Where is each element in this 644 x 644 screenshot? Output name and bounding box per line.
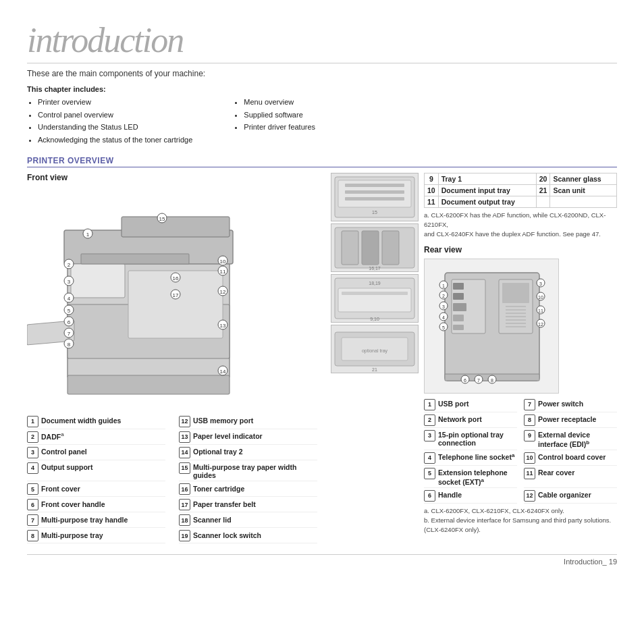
rear-comp-10: 10 Control board cover xyxy=(524,451,617,466)
svg-rect-7 xyxy=(81,254,189,264)
comp-label: Network port xyxy=(438,415,482,423)
svg-text:1: 1 xyxy=(86,232,90,238)
note-a: a. CLX-6200FX has the ADF function, whil… xyxy=(424,211,617,240)
svg-rect-49 xyxy=(362,231,379,265)
printer-overview-heading: PRINTER OVERVIEW xyxy=(27,156,617,167)
list-item: Acknowledging the status of the toner ca… xyxy=(38,134,192,146)
tray-num: 21 xyxy=(536,184,550,196)
svg-rect-2 xyxy=(122,217,230,237)
comp-label: Paper level indicator xyxy=(193,432,263,440)
comp-num: 17 xyxy=(179,499,190,510)
comp-row-6: 6 Front cover handle xyxy=(27,498,165,512)
comp-num: 8 xyxy=(524,414,535,426)
comp-row-8: 8 Multi-purpose tray xyxy=(27,529,165,543)
comp-num: 12 xyxy=(524,490,535,502)
comp-num: 7 xyxy=(27,514,38,526)
tray-num: 20 xyxy=(536,173,550,184)
comp-label: DADFa xyxy=(41,431,64,441)
printer-diagram: 1 2 3 4 5 6 7 8 xyxy=(27,186,290,409)
comp-row-5: 5 Front cover xyxy=(27,482,165,497)
svg-text:7: 7 xyxy=(477,378,480,383)
comp-num: 3 xyxy=(27,447,38,458)
rear-component-table: 1 USB port 7 Power switch 2 Network port… xyxy=(424,398,617,504)
comp-row-19: 19 Scanner lock switch xyxy=(179,529,317,543)
comp-num: 1 xyxy=(424,399,435,410)
comp-num: 2 xyxy=(27,431,38,443)
comp-label: Extension telephone socket (EXT)a xyxy=(438,468,517,486)
comp-num: 13 xyxy=(179,431,190,443)
svg-rect-66 xyxy=(453,315,464,321)
rear-comp-1: 1 USB port xyxy=(424,398,517,412)
chapter-lists: Printer overview Control panel overview … xyxy=(27,96,617,146)
page-title: introduction xyxy=(27,20,617,63)
svg-text:9,10: 9,10 xyxy=(370,317,379,321)
svg-text:8: 8 xyxy=(68,342,71,348)
tray-row-10: 10 Document input tray 21 Scan unit xyxy=(425,184,617,196)
printer-svg: 1 2 3 4 5 6 7 8 xyxy=(27,186,284,402)
comp-label: Document width guides xyxy=(41,417,121,425)
svg-text:14: 14 xyxy=(220,369,226,375)
comp-row-14: 14 Optional tray 2 xyxy=(179,446,317,460)
rear-comp-8: 8 Power receptacle xyxy=(524,413,617,428)
svg-rect-48 xyxy=(342,231,358,265)
comp-num: 15 xyxy=(179,462,190,474)
comp-row-1: 1 Document width guides xyxy=(27,414,165,429)
comp-label: Control panel xyxy=(41,448,87,456)
svg-rect-64 xyxy=(453,293,464,300)
comp-label: Rear cover xyxy=(538,468,574,477)
rear-view-title: Rear view xyxy=(424,245,617,254)
tray-table: 9 Tray 1 20 Scanner glass 10 Document in… xyxy=(424,173,617,208)
svg-text:5: 5 xyxy=(442,325,445,330)
tray-num: 11 xyxy=(425,196,439,207)
comp-label: Multi-purpose tray xyxy=(41,531,103,539)
comp-num: 12 xyxy=(179,416,190,427)
comp-label: Cable organizer xyxy=(538,491,591,499)
svg-text:6: 6 xyxy=(68,319,71,325)
comp-num: 9 xyxy=(524,430,535,441)
svg-rect-43 xyxy=(345,184,404,187)
rear-comp-11: 11 Rear cover xyxy=(524,466,617,488)
svg-rect-54 xyxy=(342,292,408,295)
svg-text:15: 15 xyxy=(159,216,165,222)
comp-row-13: 13 Paper level indicator xyxy=(179,430,317,445)
left-column: Front view xyxy=(27,173,317,544)
list-item: Supplied software xyxy=(244,109,315,122)
comp-row-16: 16 Toner cartridge xyxy=(179,482,317,497)
rear-comp-4: 4 Telephone line socketa xyxy=(424,451,517,466)
rear-comp-5: 5 Extension telephone socket (EXT)a xyxy=(424,466,517,488)
right-top-area: 15 16,17 xyxy=(331,173,617,535)
comp-label: USB port xyxy=(438,400,469,408)
comp-label: Telephone line socketa xyxy=(438,452,514,462)
svg-text:10: 10 xyxy=(220,259,226,265)
tray-label xyxy=(550,196,617,207)
svg-text:2: 2 xyxy=(68,262,71,268)
svg-text:3: 3 xyxy=(68,279,71,285)
tray-label: Scan unit xyxy=(550,184,617,196)
diagram-adf: 15 xyxy=(331,173,419,221)
svg-text:1: 1 xyxy=(442,284,445,288)
rear-footnotes: a. CLX-6200FX, CLX-6210FX, CLX-6240FX on… xyxy=(424,506,617,535)
svg-text:optional tray: optional tray xyxy=(362,348,388,354)
svg-text:2: 2 xyxy=(442,294,445,298)
rear-diagram: 1 2 3 4 5 6 7 xyxy=(424,259,559,394)
comp-num: 14 xyxy=(179,447,190,458)
comp-label: Toner cartridge xyxy=(193,485,244,493)
front-component-table: 1 Document width guides 12 USB memory po… xyxy=(27,414,317,544)
comp-label: USB memory port xyxy=(193,417,253,425)
tray-label: Document input tray xyxy=(438,184,536,196)
subtitle: These are the main components of your ma… xyxy=(27,69,617,78)
comp-num: 10 xyxy=(524,452,535,464)
comp-label: Front cover handle xyxy=(41,500,105,508)
comp-num: 6 xyxy=(424,490,435,502)
comp-label: External device interface (EDI)b xyxy=(538,431,617,448)
comp-label: Scanner lid xyxy=(193,516,232,524)
svg-text:16: 16 xyxy=(173,275,179,281)
comp-num: 19 xyxy=(179,530,190,541)
comp-row-17: 17 Paper transfer belt xyxy=(179,498,317,512)
svg-text:3: 3 xyxy=(442,304,445,309)
comp-label: Scanner lock switch xyxy=(193,531,261,539)
svg-rect-3 xyxy=(71,264,125,298)
comp-num: 11 xyxy=(524,468,535,479)
comp-label: Multi-purpose tray handle xyxy=(41,516,128,524)
rear-comp-12: 12 Cable organizer xyxy=(524,489,617,504)
